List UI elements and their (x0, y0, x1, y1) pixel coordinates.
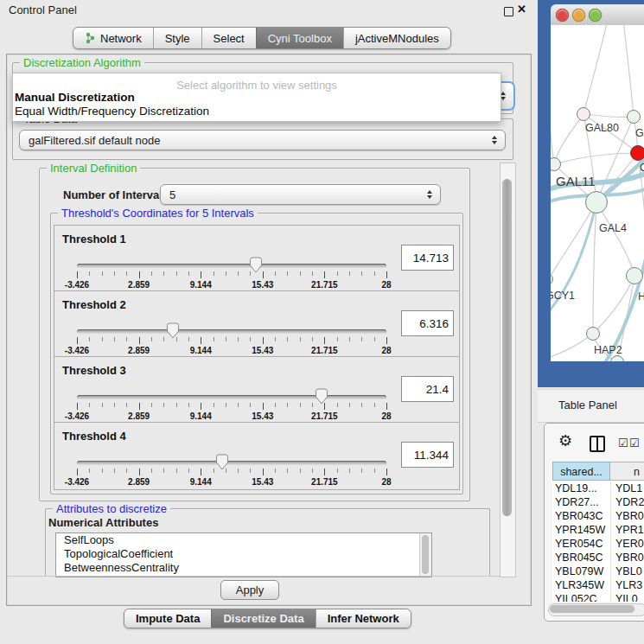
threshold-slider[interactable]: -3.4262.8599.14415.4321.71528 (77, 454, 386, 487)
network-icon (85, 32, 96, 44)
table-row[interactable]: YDR27...YDR2 (552, 495, 644, 509)
threshold-value-input[interactable]: 11.344 (401, 442, 454, 468)
scroll-area-divider (7, 576, 500, 577)
column-layout-icon[interactable] (590, 436, 605, 452)
table-row[interactable]: YIL052CYIL0 (552, 592, 644, 602)
slider-track[interactable] (77, 461, 386, 465)
list-scrollbar[interactable] (419, 533, 431, 577)
popup-hint: Select algorithm to view settings (13, 79, 501, 92)
numerical-attributes-list[interactable]: SelfLoops TopologicalCoefficient Between… (55, 532, 432, 577)
threshold-panel-1: Threshold 1 -3.4262.8599.14415.4321.7152… (54, 225, 460, 293)
slider-ticks (77, 271, 386, 279)
list-item[interactable]: SelfLoops (56, 533, 431, 547)
slider-track[interactable] (77, 264, 386, 268)
network-node[interactable] (627, 110, 641, 124)
network-node[interactable] (626, 267, 643, 284)
threshold-panel-4: Threshold 4 -3.4262.8599.14415.4321.7152… (54, 422, 460, 490)
scrollbar-thumb[interactable] (502, 179, 512, 516)
table-data-combobox[interactable]: galFiltered.sif default node (19, 130, 506, 150)
slider-tick-labels: -3.4262.8599.14415.4321.71528 (77, 346, 386, 356)
node-label: GCY1 (551, 290, 575, 302)
slider-track[interactable] (77, 395, 386, 399)
table-panel: ⚙ ☑ ☑ shared... n YDL19...YDL1 YDR27...Y… (544, 423, 644, 622)
checkbox-icon[interactable]: ☑ (618, 437, 628, 450)
checkbox-icon[interactable]: ☑ (629, 437, 640, 450)
tab-infer-network[interactable]: Infer Network (316, 609, 411, 628)
close-traffic-light-icon[interactable] (556, 9, 569, 22)
tab-select[interactable]: Select (201, 28, 256, 48)
minimize-traffic-light-icon[interactable] (572, 9, 585, 22)
tab-impute-data[interactable]: Impute Data (124, 609, 211, 628)
table-row[interactable]: YBR045CYBR0 (552, 551, 644, 564)
tab-discretize-data[interactable]: Discretize Data (211, 609, 315, 628)
threshold-slider[interactable]: -3.4262.8599.14415.4321.71528 (77, 257, 386, 290)
node-label: C (640, 162, 644, 174)
tab-jactivemnodules[interactable]: jActiveMNodules (343, 28, 450, 48)
slider-track[interactable] (77, 329, 386, 334)
table-row[interactable]: YLR345WYLR3 (552, 578, 644, 592)
gear-icon[interactable]: ⚙ (558, 431, 572, 450)
column-header-name[interactable]: n (610, 462, 644, 481)
number-of-intervals-combobox[interactable]: 5 (160, 184, 441, 205)
threshold-slider[interactable]: -3.4262.8599.14415.4321.71528 (77, 322, 386, 355)
tab-network[interactable]: Network (73, 28, 153, 48)
threshold-label: Threshold 4 (62, 430, 126, 443)
popup-option-manual-discretization[interactable]: Manual Discretization (15, 91, 135, 104)
table-row[interactable]: YDL19...YDL1 (552, 481, 644, 495)
tab-style[interactable]: Style (153, 28, 201, 48)
float-icon[interactable] (504, 7, 513, 16)
group-title: Attributes to discretize (53, 502, 170, 515)
combo-arrows-icon (427, 190, 432, 199)
threshold-value-input[interactable]: 21.4 (401, 376, 454, 402)
threshold-value-input[interactable]: 14.713 (401, 245, 454, 271)
popup-option-equal-width-frequency[interactable]: Equal Width/Frequency Discretization (15, 105, 209, 118)
close-icon[interactable]: ✕ (517, 3, 526, 16)
network-node[interactable] (585, 191, 608, 214)
top-tab-bar: Network Style Select Cyni Toolbox jActiv… (73, 27, 451, 49)
network-window-titlebar[interactable] (551, 4, 644, 26)
scrollbar-thumb[interactable] (550, 605, 634, 613)
table-panel-title: Table Panel (558, 399, 617, 411)
threshold-panel-3: Threshold 3 -3.4262.8599.14415.4321.7152… (54, 356, 460, 424)
bottom-tab-bar: Impute Data Discretize Data Infer Networ… (124, 609, 411, 628)
node-label: GAL11 (556, 174, 596, 188)
node-label: GAL4 (599, 222, 627, 234)
network-canvas[interactable]: GAL80 GA GAL11 C GAL4 GCY1 H HAP2 (551, 25, 644, 361)
node-label: HAP2 (594, 344, 622, 356)
list-item[interactable]: BetweennessCentrality (56, 561, 431, 575)
threshold-slider[interactable]: -3.4262.8599.14415.4321.71528 (77, 388, 386, 421)
node-label: H (638, 290, 644, 303)
combo-arrows-icon (492, 136, 497, 144)
column-header-shared-name[interactable]: shared... (552, 462, 610, 481)
threshold-value-input[interactable]: 6.316 (401, 310, 454, 336)
list-item[interactable]: TopologicalCoefficient (56, 547, 431, 561)
slider-thumb[interactable] (249, 257, 263, 273)
node-label: GA (635, 127, 644, 139)
slider-thumb[interactable] (166, 322, 180, 339)
screen: Control Panel ✕ Network Style Select Cyn… (0, 0, 644, 644)
slider-tick-labels: -3.4262.8599.14415.4321.71528 (77, 411, 386, 422)
network-node[interactable] (630, 145, 644, 161)
table-row[interactable]: YPR145WYPR1 (552, 523, 644, 537)
threshold-panel-2: Threshold 2 -3.4262.8599.14415.4321.7152… (54, 290, 460, 359)
panel-title: Control Panel (9, 3, 77, 16)
slider-ticks (77, 403, 386, 411)
zoom-traffic-light-icon[interactable] (589, 9, 602, 22)
table-row[interactable]: YBL079WYBL0 (552, 564, 644, 578)
combo-value: 5 (169, 188, 175, 201)
network-node[interactable] (577, 107, 590, 121)
tab-label: Network (100, 32, 142, 45)
slider-ticks (77, 337, 386, 345)
apply-button[interactable]: Apply (220, 580, 279, 600)
group-title: Interval Definition (47, 162, 140, 175)
threshold-label: Threshold 2 (62, 298, 126, 311)
table-row[interactable]: YBR043CYBR0 (552, 509, 644, 523)
vertical-scrollbar[interactable] (500, 163, 516, 577)
slider-thumb[interactable] (315, 388, 328, 405)
tab-cyni-toolbox[interactable]: Cyni Toolbox (256, 28, 343, 48)
network-node[interactable] (586, 327, 600, 341)
combo-value: galFiltered.sif default node (29, 134, 160, 147)
horizontal-scrollbar[interactable] (548, 603, 644, 616)
slider-thumb[interactable] (215, 454, 229, 470)
table-row[interactable]: YER054CYER0 (552, 537, 644, 551)
